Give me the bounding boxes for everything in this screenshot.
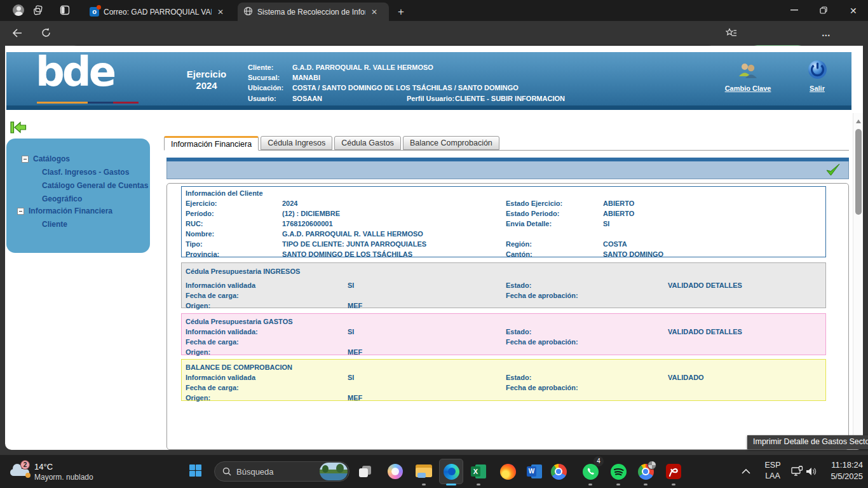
outlook-icon: o [90, 7, 99, 17]
weather-widget[interactable]: 2 14°C Mayorm. nublado [6, 459, 108, 484]
avatar-head-icon [17, 6, 21, 11]
start-button[interactable] [183, 459, 207, 484]
running-indicator [477, 484, 480, 485]
new-tab-icon[interactable]: + [398, 6, 404, 18]
field-value: MEF [348, 302, 362, 309]
avatar-body-icon [15, 11, 23, 16]
page-scrollbar[interactable] [853, 113, 863, 450]
field-label: Provincia: [186, 250, 219, 258]
field-label: Origen: [186, 394, 210, 402]
close-tab-icon[interactable]: ✕ [371, 8, 377, 17]
field-value: 2024 [282, 200, 297, 207]
tab-balance-comprobacion[interactable]: Balance Comprobación [403, 136, 499, 150]
sidebar-item-catalogo-general-cuentas[interactable]: Catálogo General de Cuentas [42, 181, 148, 190]
sidebar-item-clasf-ingresos-gastos[interactable]: Clasf. Ingresos - Gastos [42, 168, 129, 177]
volume-icon [806, 466, 818, 477]
clock[interactable]: 11:18:24 5/5/2025 [818, 459, 863, 482]
scrollbar-thumb[interactable] [855, 129, 862, 215]
panel-title: Información del Cliente [186, 189, 263, 197]
acrobat-button[interactable] [661, 459, 686, 484]
field-value: SANTO DOMINGO DE LOS TSÁCHILAS [282, 250, 412, 258]
logo-underline-blue [88, 102, 113, 104]
field-label: Cantón: [506, 250, 532, 258]
chrome-profile-button[interactable] [634, 459, 658, 484]
clock-time: 11:18:24 [818, 459, 863, 471]
collapse-icon[interactable] [22, 156, 29, 163]
tab-title: Correo: GAD PARROQUIAL VALLE [104, 8, 212, 17]
tray-chevron-icon [742, 469, 750, 474]
ejercicio-line1: Ejercicio [168, 69, 245, 80]
sidebar-item-catalogos[interactable]: Catálogos [33, 154, 70, 163]
sidebar-item-informacion-financiera[interactable]: Información Financiera [29, 207, 112, 215]
field-label: Origen: [186, 302, 210, 309]
tab-actions-icon[interactable] [60, 5, 70, 15]
field-label: RUC: [186, 220, 203, 227]
search-icon [222, 467, 231, 476]
whatsapp-button[interactable]: 4 [578, 459, 602, 484]
browser-tab-outlook[interactable]: o Correo: GAD PARROQUIAL VALLE ✕ [84, 3, 234, 21]
task-view-button[interactable] [353, 459, 377, 484]
file-explorer-button[interactable] [412, 459, 436, 484]
edge-button[interactable] [439, 459, 463, 484]
back-icon[interactable] [11, 28, 23, 38]
restore-icon[interactable] [820, 6, 827, 14]
sidebar-item-cliente[interactable]: Cliente [42, 220, 67, 229]
field-value: MEF [348, 394, 362, 402]
spotify-button[interactable] [606, 459, 630, 484]
field-label: Fecha de carga: [186, 292, 239, 299]
salir-block[interactable]: Salir [793, 59, 841, 92]
word-button[interactable]: W [522, 459, 546, 484]
field-value: VALIDADO DETALLES [668, 281, 742, 289]
browser-titlebar: o Correo: GAD PARROQUIAL VALLE ✕ Sistema… [0, 0, 868, 21]
field-value: TIPO DE CLIENTE: JUNTA PARROQUIALES [282, 240, 426, 248]
running-indicator [672, 484, 675, 485]
tray-chevron-button[interactable] [734, 459, 758, 484]
whatsapp-badge: 4 [593, 456, 604, 466]
ingresos-panel: Cédula Presupuestaria INGRESOS Informaci… [181, 262, 826, 308]
field-value: SI [348, 374, 354, 381]
search-highlight-image [320, 463, 348, 480]
excel-button[interactable]: X [466, 459, 491, 484]
minimize-icon[interactable] [790, 10, 798, 11]
field-label: Información validada [186, 374, 255, 381]
profile-avatar[interactable] [13, 4, 24, 16]
field-value: COSTA [603, 240, 627, 248]
firefox-button[interactable] [496, 459, 520, 484]
close-window-icon[interactable]: ✕ [850, 6, 857, 16]
collapse-icon[interactable] [17, 208, 24, 215]
search-box[interactable]: Búsqueda [214, 461, 349, 482]
perfil-value: CLIENTE - SUBIR INFORMACION [455, 95, 565, 102]
scroll-up-icon[interactable] [856, 119, 861, 123]
more-menu-icon[interactable]: ⋯ [822, 30, 832, 40]
validate-check-icon[interactable] [825, 163, 841, 179]
field-label: Tipo: [186, 240, 203, 248]
back-arrow-icon[interactable] [10, 121, 27, 137]
field-value: G.A.D. PARROQUIAL R. VALLE HERMOSO [282, 230, 423, 238]
salir-link: Salir [810, 85, 825, 92]
sidebar-item-geografico[interactable]: Geográfico [42, 194, 82, 203]
workspaces-icon[interactable] [33, 5, 44, 16]
field-label: Información validada: [186, 328, 258, 336]
cambio-clave-block[interactable]: Cambio Clave [710, 62, 786, 92]
bde-logo: bde [36, 48, 114, 95]
field-label: Nombre: [186, 230, 214, 238]
panel-title: Cédula Presupuestaria GASTOS [186, 318, 293, 325]
word-icon: W [527, 464, 542, 478]
chrome-button[interactable] [546, 459, 571, 484]
tab-informacion-financiera[interactable]: Información Financiera [164, 136, 259, 151]
language-indicator[interactable]: ESP LAA [761, 460, 784, 482]
field-value: SI [348, 281, 354, 289]
field-label: Estado: [506, 328, 531, 336]
copilot-taskbar-button[interactable] [383, 459, 407, 484]
browser-tab-sistema[interactable]: Sistema de Recoleccion de Inform ✕ [238, 3, 389, 21]
close-tab-icon[interactable]: ✕ [217, 8, 224, 17]
browser-toolbar: https://consulta.bde.fin.ec/WebSim/Login… [0, 21, 868, 46]
tab-cedula-gastos[interactable]: Cédula Gastos [334, 136, 401, 150]
bde-header: bde Ejercicio 2024 Cliente: G.A.D. PARRO… [6, 52, 851, 105]
field-label: Información validada [186, 281, 255, 289]
excel-icon: X [471, 464, 486, 478]
favorites-bar-icon[interactable] [726, 28, 737, 38]
tab-cedula-ingresos[interactable]: Cédula Ingresos [261, 136, 332, 150]
usuario-value: SOSAAN [292, 95, 322, 102]
refresh-icon[interactable] [41, 27, 51, 38]
